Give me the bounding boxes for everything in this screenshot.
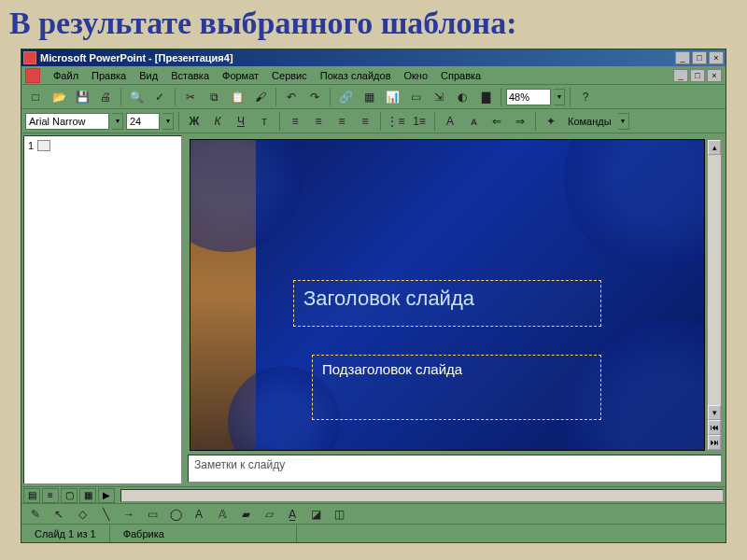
- zoom-combo[interactable]: 48%: [506, 89, 551, 105]
- open-button[interactable]: 📂: [49, 87, 69, 107]
- line-color-button[interactable]: ▱: [259, 504, 279, 525]
- rectangle-button[interactable]: ▭: [142, 504, 162, 525]
- subtitle-placeholder[interactable]: Подзаголовок слайда: [312, 355, 601, 420]
- sorter-view-button[interactable]: ▦: [79, 488, 96, 503]
- italic-button[interactable]: К: [207, 111, 228, 132]
- new-button[interactable]: □: [25, 87, 46, 107]
- wordart-button[interactable]: 𝔸: [212, 504, 233, 525]
- slide-canvas[interactable]: Заголовок слайда Подзаголовок слайда: [190, 139, 705, 451]
- slideshow-view-button[interactable]: ▶: [98, 488, 115, 503]
- 3d-button[interactable]: ◫: [329, 504, 349, 525]
- title-placeholder-text: Заголовок слайда: [303, 287, 474, 310]
- shadow-button[interactable]: ◪: [305, 504, 326, 525]
- horizontal-scrollbar[interactable]: [120, 489, 724, 502]
- view-buttons-bar: ▤ ≡ ▢ ▦ ▶: [21, 486, 726, 503]
- zoom-dropdown-icon[interactable]: ▾: [554, 89, 565, 105]
- oval-button[interactable]: ◯: [165, 504, 186, 525]
- title-placeholder[interactable]: Заголовок слайда: [293, 280, 601, 327]
- menu-insert[interactable]: Вставка: [165, 68, 215, 83]
- align-right-button[interactable]: ≡: [331, 111, 352, 132]
- animation-effects-button[interactable]: ✦: [541, 111, 561, 132]
- mdi-restore-button[interactable]: □: [690, 69, 705, 82]
- standard-toolbar: □ 📂 💾 🖨 🔍 ✓ ✂ ⧉ 📋 🖌 ↶ ↷ 🔗 ▦ 📊 ▭ ⇲ ◐ ▇ 48…: [21, 85, 726, 109]
- drawing-toolbar: ✎ ↖ ◇ ╲ → ▭ ◯ A 𝔸 ▰ ▱ A̲ ◪ ◫: [21, 503, 726, 524]
- normal-view-button[interactable]: ▤: [23, 488, 40, 503]
- fill-color-button[interactable]: ▰: [235, 504, 256, 525]
- line-button[interactable]: ╲: [95, 504, 116, 525]
- demote-button[interactable]: ⇒: [510, 111, 530, 132]
- outline-pane[interactable]: 1: [23, 135, 182, 484]
- commands-label[interactable]: Команды: [564, 116, 615, 127]
- mdi-minimize-button[interactable]: _: [673, 69, 688, 82]
- vertical-scrollbar[interactable]: ▴ ▾ ⏮ ⏭: [707, 139, 722, 451]
- font-size-combo[interactable]: 24: [126, 113, 160, 130]
- autoshapes-button[interactable]: ◇: [72, 504, 92, 525]
- align-left-button[interactable]: ≡: [285, 111, 305, 132]
- select-objects-button[interactable]: ↖: [49, 504, 69, 525]
- separator: [500, 88, 501, 106]
- menu-window[interactable]: Окно: [399, 68, 434, 83]
- font-size-dropdown-icon[interactable]: ▾: [162, 113, 174, 130]
- copy-button[interactable]: ⧉: [204, 87, 224, 107]
- scroll-up-button[interactable]: ▴: [708, 140, 721, 155]
- workspace: 1 Заголовок слайда Подзаголовок слайда: [21, 133, 726, 486]
- prev-slide-button[interactable]: ⏮: [708, 420, 721, 435]
- slide-view-button[interactable]: ▢: [61, 488, 78, 503]
- expand-button[interactable]: ⇲: [429, 87, 449, 107]
- textbox-button[interactable]: A: [189, 504, 209, 525]
- menu-view[interactable]: Вид: [134, 68, 163, 83]
- notes-pane[interactable]: Заметки к слайду: [188, 455, 722, 483]
- paste-button[interactable]: 📋: [227, 87, 247, 107]
- align-center-button[interactable]: ≡: [308, 111, 329, 132]
- new-slide-button[interactable]: ▭: [405, 87, 426, 107]
- bold-button[interactable]: Ж: [184, 111, 204, 132]
- spellcheck-button[interactable]: ✓: [149, 87, 170, 107]
- commands-dropdown-icon[interactable]: ▾: [618, 113, 629, 130]
- increase-font-button[interactable]: A: [440, 111, 460, 132]
- arrow-button[interactable]: →: [119, 504, 139, 525]
- save-button[interactable]: 💾: [72, 87, 92, 107]
- separator: [330, 88, 331, 106]
- print-button[interactable]: 🖨: [95, 87, 116, 107]
- font-name-dropdown-icon[interactable]: ▾: [112, 113, 123, 130]
- help-button[interactable]: ?: [575, 87, 596, 107]
- next-slide-button[interactable]: ⏭: [708, 435, 721, 450]
- underline-button[interactable]: Ч: [231, 111, 251, 132]
- status-template-name: Фабрика: [110, 525, 297, 542]
- draw-menu-button[interactable]: ✎: [25, 504, 46, 525]
- menu-edit[interactable]: Правка: [86, 68, 132, 83]
- color-button[interactable]: ▇: [475, 87, 496, 107]
- separator: [178, 112, 179, 131]
- close-button[interactable]: ×: [709, 51, 724, 64]
- undo-button[interactable]: ↶: [281, 87, 302, 107]
- outline-view-button[interactable]: ≡: [42, 488, 59, 503]
- hyperlink-button[interactable]: 🔗: [335, 87, 356, 107]
- bullets-button[interactable]: ⋮≡: [386, 111, 406, 132]
- text-shadow-button[interactable]: т: [254, 111, 275, 132]
- notes-placeholder: Заметки к слайду: [194, 458, 285, 471]
- minimize-button[interactable]: _: [675, 51, 690, 64]
- menu-slideshow[interactable]: Показ слайдов: [315, 68, 397, 83]
- grayscale-button[interactable]: ◐: [452, 87, 472, 107]
- redo-button[interactable]: ↷: [304, 87, 325, 107]
- print-preview-button[interactable]: 🔍: [126, 87, 147, 107]
- promote-button[interactable]: ⇐: [486, 111, 507, 132]
- cut-button[interactable]: ✂: [180, 87, 201, 107]
- menu-format[interactable]: Формат: [217, 68, 264, 83]
- insert-table-button[interactable]: ▦: [359, 87, 379, 107]
- insert-chart-button[interactable]: 📊: [382, 87, 402, 107]
- menu-tools[interactable]: Сервис: [266, 68, 313, 83]
- decrease-font-button[interactable]: ᴀ: [463, 111, 484, 132]
- format-painter-button[interactable]: 🖌: [250, 87, 271, 107]
- outline-slide-1[interactable]: 1: [28, 140, 177, 151]
- font-name-combo[interactable]: Arial Narrow: [25, 113, 109, 130]
- align-justify-button[interactable]: ≡: [355, 111, 375, 132]
- menu-help[interactable]: Справка: [435, 68, 486, 83]
- menu-file[interactable]: Файл: [48, 68, 84, 83]
- numbering-button[interactable]: 1≡: [409, 111, 430, 132]
- mdi-close-button[interactable]: ×: [707, 69, 722, 82]
- scroll-down-button[interactable]: ▾: [708, 405, 721, 420]
- font-color-button[interactable]: A̲: [282, 504, 303, 525]
- scroll-track[interactable]: [708, 155, 721, 405]
- maximize-button[interactable]: □: [692, 51, 707, 64]
